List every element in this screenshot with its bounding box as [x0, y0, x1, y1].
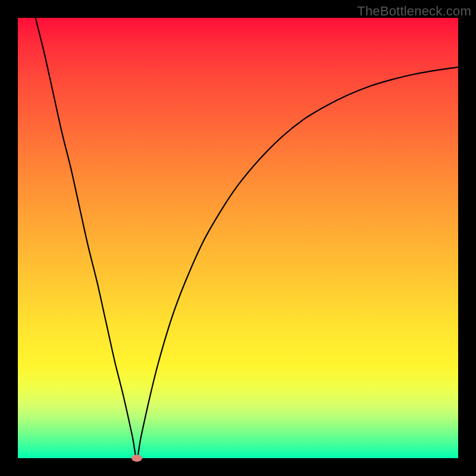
chart-frame: TheBottleneck.com: [0, 0, 476, 476]
minimum-marker: [131, 455, 142, 462]
bottleneck-curve: [36, 18, 458, 458]
watermark-text: TheBottleneck.com: [357, 4, 471, 19]
curve-svg: [18, 18, 458, 458]
plot-area: [18, 18, 458, 458]
